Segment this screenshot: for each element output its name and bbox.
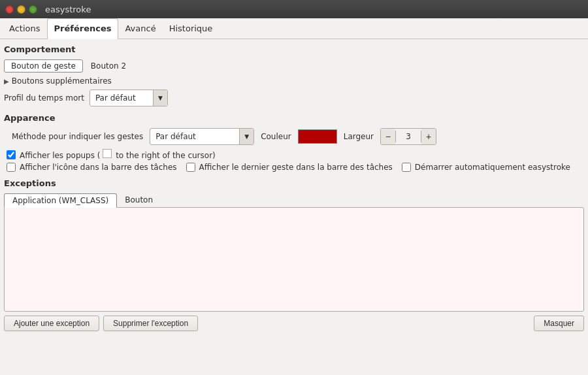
width-increase-button[interactable]: + <box>421 129 436 144</box>
width-decrease-button[interactable]: − <box>381 129 395 144</box>
method-arrow-icon: ▼ <box>239 129 253 144</box>
close-button[interactable] <box>5 5 14 14</box>
width-spinner: − 3 + <box>380 128 436 145</box>
show-popups-row: Afficher les popups ( to the right of th… <box>4 149 584 160</box>
method-value: Par défaut <box>150 132 239 141</box>
appearance-section: Apparence Méthode pour indiquer les gest… <box>4 113 584 172</box>
add-exception-button[interactable]: Ajouter une exception <box>4 316 99 331</box>
autostart-checkbox[interactable] <box>402 163 411 172</box>
window-controls <box>5 5 37 14</box>
exceptions-section: Exceptions Application (WM_CLASS) Bouton… <box>4 178 584 331</box>
method-dropdown[interactable]: Par défaut ▼ <box>150 128 254 145</box>
menu-preferences[interactable]: Préférences <box>47 18 119 39</box>
dead-time-value: Par défaut <box>90 93 153 103</box>
color-swatch[interactable] <box>298 129 337 144</box>
width-label: Largeur <box>344 132 374 141</box>
show-last-gesture-label: Afficher le dernier geste dans la barre … <box>199 163 393 172</box>
main-area: Comportement Bouton de geste Bouton 2 ▶ … <box>0 39 588 375</box>
menu-actions[interactable]: Actions <box>3 18 47 39</box>
extra-buttons-expandable[interactable]: ▶ Boutons supplémentaires <box>4 76 584 86</box>
show-last-gesture-checkbox[interactable] <box>186 163 195 172</box>
minimize-button[interactable] <box>17 5 25 14</box>
hide-button[interactable]: Masquer <box>534 316 584 331</box>
behavior-section: Comportement Bouton de geste Bouton 2 ▶ … <box>4 44 584 106</box>
remove-exception-button[interactable]: Supprimer l'exception <box>103 316 198 331</box>
tab-button-exc[interactable]: Bouton <box>117 193 161 207</box>
show-icon-checkbox[interactable] <box>7 163 16 172</box>
tab-gesture-button[interactable]: Bouton de geste <box>4 59 83 73</box>
show-popups-checkbox[interactable] <box>7 150 16 159</box>
menubar: Actions Préférences Avancé Historique <box>0 18 588 39</box>
show-popups-label: Afficher les popups ( to the right of th… <box>20 149 216 160</box>
dead-time-row: Profil du temps mort Par défaut ▼ <box>4 90 584 106</box>
dead-time-label: Profil du temps mort <box>4 93 84 103</box>
appearance-title: Apparence <box>4 113 584 123</box>
options-row: Afficher l'icône dans la barre des tâche… <box>4 163 584 172</box>
exceptions-list <box>4 207 584 312</box>
exceptions-tabs: Application (WM_CLASS) Bouton <box>4 193 584 207</box>
inline-checkbox-icon <box>103 149 112 158</box>
expand-arrow-icon: ▶ <box>4 78 9 85</box>
tab-button2[interactable]: Bouton 2 <box>86 60 131 72</box>
method-label: Méthode pour indiquer les gestes <box>12 132 143 141</box>
menu-history[interactable]: Historique <box>163 18 220 39</box>
exceptions-actions: Ajouter une exception Supprimer l'except… <box>4 316 584 331</box>
width-value: 3 <box>395 131 421 142</box>
method-row: Méthode pour indiquer les gestes Par déf… <box>4 128 584 145</box>
color-label: Couleur <box>261 132 291 141</box>
dead-time-dropdown[interactable]: Par défaut ▼ <box>90 90 168 106</box>
behavior-title: Comportement <box>4 44 584 54</box>
behavior-tabs: Bouton de geste Bouton 2 <box>4 59 584 73</box>
autostart-label: Démarrer automatiquement easystroke <box>415 163 570 172</box>
extra-buttons-label: Boutons supplémentaires <box>12 76 112 86</box>
titlebar: easystroke <box>0 0 588 18</box>
menu-advanced[interactable]: Avancé <box>118 18 162 39</box>
exceptions-title: Exceptions <box>4 178 584 188</box>
window-title: easystroke <box>45 5 91 14</box>
dead-time-arrow-icon: ▼ <box>153 90 167 106</box>
maximize-button[interactable] <box>29 5 37 14</box>
tab-application[interactable]: Application (WM_CLASS) <box>4 193 117 208</box>
show-icon-label: Afficher l'icône dans la barre des tâche… <box>20 163 177 172</box>
